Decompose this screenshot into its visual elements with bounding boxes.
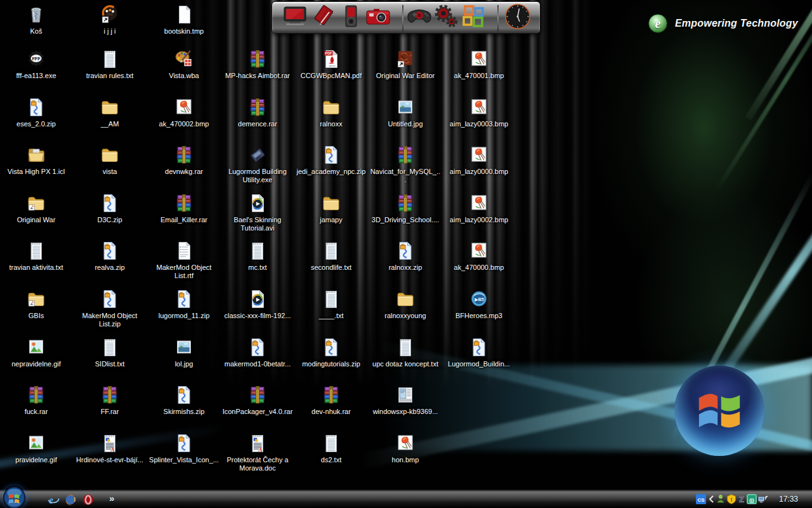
tray-messenger[interactable] [716, 494, 726, 504]
desktop-icon-mp-hacks-aimbot-rar[interactable]: MP-hacks Aimbot.rar [222, 48, 293, 80]
desktop-icon-aim-lazy0002-bmp[interactable]: aim_lazy0002.bmp [443, 192, 514, 224]
tray-network[interactable] [758, 494, 768, 504]
dock-item-media-center[interactable] [281, 4, 309, 32]
desktop-icon-classic-xxx-film-192[interactable]: classic-xxx-film-192... [222, 288, 293, 320]
desktop-icon-aim-lazy0003-bmp[interactable]: aim_lazy0003.bmp [443, 97, 514, 128]
desktop-icon-label: IconPackager_v4.0.rar [222, 408, 293, 416]
desktop-icon-email-killer-rar[interactable]: Email_Killer.rar [148, 192, 219, 224]
quick-launch-internet-explorer[interactable]: e [47, 493, 60, 506]
tray-media-codec[interactable]: (|) [747, 494, 757, 504]
desktop-icon-eses-2-0-zip[interactable]: eses_2.0.zip [1, 97, 72, 128]
desktop-icon-ds2-txt[interactable]: ds2.txt [296, 432, 367, 464]
desktop-icon-skirmishs-zip[interactable]: Skirmishs.zip [148, 384, 219, 416]
dock-item-games[interactable] [405, 4, 433, 32]
start-button[interactable] [3, 486, 26, 508]
desktop-icon-txt[interactable]: ____.txt [296, 288, 367, 320]
desktop-icon-gbis[interactable]: GBIs [1, 288, 72, 320]
desktop-icon-travian-rules-txt[interactable]: travian rules.txt [74, 48, 145, 80]
desktop-icon-fuck-rar[interactable]: fuck.rar [1, 384, 72, 416]
desktop-icon-label: D3C.zip [74, 216, 145, 224]
svg-text:Z: Z [739, 495, 744, 504]
desktop-icon-i-j-j-i[interactable]: i j j i [74, 4, 145, 36]
desktop-icon-ff-rar[interactable]: FF.rar [74, 384, 145, 416]
desktop-icon-modingtutorials-zip[interactable]: modingtutorials.zip [296, 337, 367, 368]
desktop-icon-lol-jpg[interactable]: lol.jpg [148, 337, 219, 368]
desktop-icon-splinter-vista-icon[interactable]: Splinter_Vista_Icon_... [148, 432, 219, 464]
desktop-icon-fff-ea113-exe[interactable]: FFFfff-ea113.exe [1, 48, 72, 80]
desktop-icon-bfheroes-mp3[interactable]: ▶B5BFHeroes.mp3 [443, 288, 514, 320]
desktop-icon-ak-470001-bmp[interactable]: ak_470001.bmp [443, 48, 514, 80]
dock-item-clock[interactable] [504, 4, 532, 32]
desktop-icon-vista[interactable]: vista [74, 144, 145, 176]
desktop-icon-hrdinov-st-evr-b-j[interactable]: AHrdinové-st-evr-bájí... [74, 432, 145, 464]
desktop-icon-iconpackager-v4-0-rar[interactable]: IconPackager_v4.0.rar [222, 384, 293, 416]
desktop-icon-ralnoxxyoung[interactable]: ralnoxxyoung [370, 288, 441, 320]
messenger-icon [716, 495, 726, 506]
desktop-icon-ko[interactable]: Koš [1, 4, 72, 36]
desktop-icon-label: FF.rar [74, 408, 145, 416]
desktop-icon-label: Lugormod_Buildin... [443, 360, 514, 368]
desktop-icon-devnwkg-rar[interactable]: devnwkg.rar [148, 144, 219, 176]
dock-item-notes[interactable] [310, 4, 337, 32]
dock-item-camera[interactable] [364, 4, 392, 32]
desktop-icon-secondlife-txt[interactable]: secondlife.txt [296, 240, 367, 272]
desktop-icon-vista-wba[interactable]: Vista.wba [148, 48, 219, 80]
desktop-icon-ralnoxx[interactable]: ralnoxx [296, 97, 367, 128]
desktop-icon-upc-dotaz-koncept-txt[interactable]: upc dotaz koncept.txt [370, 337, 441, 368]
folder-icon [74, 144, 145, 166]
zip-icon [148, 432, 219, 454]
desktop-icon-aim-lazy0000-bmp[interactable]: aim_lazy0000.bmp [443, 144, 514, 176]
desktop-icon-makermod-object-list-rtf[interactable]: MakerMod Object List.rtf [148, 240, 219, 280]
tray-security-alert[interactable]: ! [726, 494, 737, 504]
desktop-icon-hon-bmp[interactable]: hon.bmp [370, 432, 441, 464]
taskbar-clock[interactable]: 17:33 [779, 495, 808, 504]
desktop-icon-dev-nhuk-rar[interactable]: dev-nhuk.rar [296, 384, 367, 416]
desktop-icon-nepravidelne-gif[interactable]: nepravidelne.gif [1, 337, 72, 368]
desktop-icon-label: Navicat_for_MySQL_... [370, 168, 441, 184]
desktop-icon-untitled-jpg[interactable]: Untitled.jpg [370, 97, 441, 128]
folder-docs-icon [1, 144, 72, 166]
desktop-icon-makermod1-0betatr[interactable]: makermod1-0betatr... [222, 337, 293, 368]
desktop-icon-label: ak_470001.bmp [443, 72, 514, 80]
desktop-icon-ralnoxx-zip[interactable]: ralnoxx.zip [370, 240, 441, 272]
dock-item-office[interactable] [459, 4, 487, 32]
desktop-icon-lugormod-11-zip[interactable]: lugormod_11.zip [148, 288, 219, 320]
desktop-icon-jedi-academy-npc-zip[interactable]: jedi_academy_npc.zip [296, 144, 367, 176]
quick-launch-opera[interactable] [82, 493, 95, 506]
desktop-icon-label: Lugormod Building Utility.exe [222, 168, 293, 184]
desktop-icon-jamapy[interactable]: jamapy [296, 192, 367, 224]
desktop-icon-demence-rar[interactable]: demence.rar [222, 97, 293, 128]
acer-logo-icon: e [648, 14, 667, 33]
desktop-icon-am[interactable]: __AM [74, 97, 145, 128]
desktop-icon-windowsxp-kb9369[interactable]: windowsxp-kb9369... [370, 384, 441, 416]
desktop-icon-d3c-zip[interactable]: D3C.zip [74, 192, 145, 224]
desktop-icon-ak-470002-bmp[interactable]: ak_470002.bmp [148, 97, 219, 128]
desktop-icon-lugormod-building-utility-exe[interactable]: Lugormod Building Utility.exe [222, 144, 293, 184]
desktop-icon-ak-470000-bmp[interactable]: ak_470000.bmp [443, 240, 514, 272]
desktop-icon-original-war[interactable]: Original War [1, 192, 72, 224]
tray-zonealarm[interactable]: Z [737, 494, 747, 504]
dock-item-settings[interactable] [432, 4, 460, 32]
desktop-icon-makermod-object-list-zip[interactable]: MakerMod Object List.zip [74, 288, 145, 328]
desktop-icon-bootskin-tmp[interactable]: bootskin.tmp [148, 4, 219, 36]
tray-cs-app[interactable]: CS [696, 494, 706, 504]
desktop-icon-original-war-editor[interactable]: Original War Editor [370, 48, 441, 80]
dock-item-media-player[interactable] [337, 4, 365, 32]
desktop-icon-protektor-t-echy-a-morava-doc[interactable]: AProtektorát Čechy a Morava.doc [222, 432, 293, 472]
desktop-icon-mc-txt[interactable]: mc.txt [222, 240, 293, 272]
desktop-icon-navicat-for-mysql[interactable]: Navicat_for_MySQL_... [370, 144, 441, 184]
desktop-icon-ccgwbpcman-pdf[interactable]: PDFAdobeCCGWBpcMAN.pdf [296, 48, 367, 80]
desktop-icon-vista-high-px-1-icl[interactable]: Vista High PX 1.icl [1, 144, 72, 176]
internet-explorer-icon: e [47, 497, 60, 508]
desktop-icon-label: Original War [1, 216, 72, 224]
zip-icon [370, 240, 441, 262]
desktop-icon-realva-zip[interactable]: realva.zip [74, 240, 145, 272]
desktop-icon-pravidelne-gif[interactable]: pravidelne.gif [1, 432, 72, 464]
desktop-icon-sidlist-txt[interactable]: SIDlist.txt [74, 337, 145, 368]
desktop-icon-travian-aktivita-txt[interactable]: travian aktivita.txt [1, 240, 72, 272]
desktop-icon-lugormod-buildin[interactable]: Lugormod_Buildin... [443, 337, 514, 368]
desktop-icon-bael-s-skinning-tutorial-avi[interactable]: Bael's Skinning Tutorial.avi [222, 192, 293, 232]
quick-launch-firefox[interactable] [64, 493, 77, 506]
quick-launch-expand-chevron[interactable]: » [109, 493, 114, 504]
desktop-icon-3d-driving-school[interactable]: 3D_Driving_School.... [370, 192, 441, 224]
